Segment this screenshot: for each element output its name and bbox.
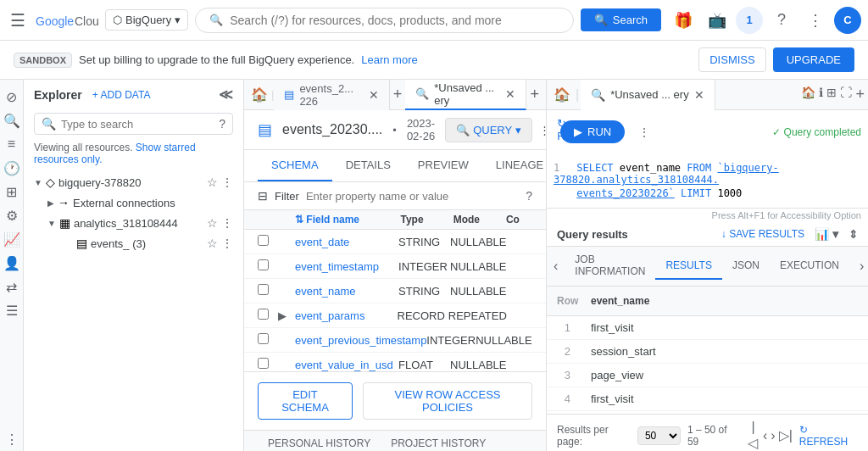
tab-events-close-icon[interactable]: ✕ [369, 88, 379, 102]
filter-input[interactable] [306, 190, 519, 203]
star-icon[interactable]: ☆ [207, 175, 218, 189]
project-selector[interactable]: ⬡ BigQuery ▾ [105, 9, 188, 31]
refresh-results-button[interactable]: ↻ REFRESH [799, 424, 858, 448]
explorer-search-input[interactable] [61, 118, 214, 131]
query-panel-expand-icon[interactable]: ⛶ [840, 86, 852, 103]
field-name-4[interactable]: event_params [295, 309, 398, 322]
learn-more-link[interactable]: Learn more [361, 53, 417, 66]
nav-icon-sql[interactable]: ≡ [2, 134, 22, 154]
expand-4[interactable]: ▶ [278, 309, 295, 322]
results-tab-json[interactable]: JSON [722, 253, 770, 280]
query-panel-home-icon2[interactable]: 🏠 [801, 86, 815, 103]
home-tab-icon[interactable]: 🏠 [248, 86, 271, 103]
results-more-icon[interactable]: ⇕ [849, 228, 858, 241]
schema-checkbox-1[interactable] [258, 235, 269, 246]
schema-checkbox-5[interactable] [258, 333, 269, 344]
field-name-3[interactable]: event_name [295, 285, 398, 298]
dismiss-button[interactable]: DISMISS [698, 47, 765, 72]
table-star-icon[interactable]: ☆ [207, 237, 218, 250]
nav-icon-settings[interactable]: ⚙ [2, 205, 22, 226]
tab-query-close-icon[interactable]: ✕ [505, 87, 515, 101]
query-button[interactable]: 🔍 QUERY ▾ [445, 118, 532, 142]
query-completed-icon: ✓ [772, 126, 781, 138]
search-button[interactable]: 🔍 Search [581, 8, 661, 31]
field-mode-3: NULLABLE [450, 285, 506, 298]
nav-icon-people[interactable]: 👤 [2, 253, 22, 273]
bottom-tab-project[interactable]: PROJECT HISTORY [381, 431, 496, 451]
tab-add-2-icon[interactable]: + [526, 86, 542, 103]
chart-toggle-icon[interactable]: 📊 ▾ [815, 227, 838, 241]
query-panel-info-icon[interactable]: ℹ [819, 86, 823, 103]
more-icon[interactable]: ⋮ [800, 5, 831, 36]
per-page-select[interactable]: 50 100 250 [637, 426, 681, 445]
nav-icon-transfer[interactable]: ⇄ [2, 276, 22, 297]
save-results-button[interactable]: ↓ SAVE RESULTS [721, 228, 804, 240]
schema-checkbox-2[interactable] [258, 259, 269, 270]
nav-icon-schedule[interactable]: ☰ [2, 300, 22, 320]
next-page-button[interactable]: › [771, 428, 775, 443]
query-tab-unsaved[interactable]: 🔍 *Unsaved ... ery ✕ [581, 80, 715, 110]
results-tab-job-info[interactable]: JOB INFORMATION [565, 247, 655, 286]
last-page-button[interactable]: ▷| [779, 427, 793, 443]
schema-row: event_timestamp INTEGER NULLABLE [244, 254, 546, 279]
schema-checkbox-4[interactable] [258, 309, 269, 320]
tree-item-external[interactable]: ▶ → External connections [41, 192, 240, 213]
results-back-icon[interactable]: ‹ [547, 255, 565, 277]
sub-tab-preview[interactable]: PREVIEW [404, 150, 482, 181]
edit-schema-button[interactable]: EDIT SCHEMA [258, 382, 353, 420]
results-data-row-4: 4 first_visit [547, 387, 868, 411]
prev-page-button[interactable]: ‹ [763, 428, 767, 443]
nav-icon-chart[interactable]: 📈 [2, 229, 22, 249]
dataset-more-icon[interactable]: ⋮ [221, 216, 233, 230]
query-tab-close[interactable]: ✕ [694, 88, 704, 102]
upgrade-button[interactable]: UPGRADE [773, 47, 854, 72]
tree-item-dataset[interactable]: ▼ ▦ analytics_318108444 ☆ ⋮ [41, 213, 240, 233]
project-icon: ◇ [46, 175, 55, 189]
query-panel-grid-icon[interactable]: ⊞ [826, 86, 837, 103]
field-name-6[interactable]: event_value_in_usd [295, 359, 398, 371]
query-panel-home-icon[interactable]: 🏠 [550, 86, 574, 103]
query-more-icon[interactable]: ⋮ [638, 125, 650, 139]
tab-unsaved-query[interactable]: 🔍 *Unsaved ... ery ✕ [405, 80, 526, 110]
nav-icon-bottom[interactable]: ⋮ [2, 429, 22, 449]
tab-events[interactable]: ▤ events_2... 226 ✕ [274, 80, 389, 110]
field-name-5[interactable]: event_previous_timestamp [295, 334, 426, 347]
more-options-icon[interactable]: ⋮ [221, 175, 233, 189]
filter-help-icon[interactable]: ? [526, 189, 532, 203]
per-page-label: Results per page: [557, 424, 634, 448]
notification-badge[interactable]: 1 [736, 7, 763, 34]
run-button[interactable]: ▶ RUN [560, 120, 625, 143]
avatar[interactable]: C [834, 7, 861, 34]
row-access-button[interactable]: VIEW ROW ACCESS POLICIES [363, 382, 532, 420]
results-tab-results[interactable]: RESULTS [655, 253, 721, 280]
schema-checkbox-6[interactable] [258, 358, 269, 369]
field-name-2[interactable]: event_timestamp [295, 260, 398, 273]
sub-tab-details[interactable]: DETAILS [332, 150, 404, 181]
sub-tab-schema[interactable]: SCHEMA [258, 150, 332, 181]
query-editor[interactable]: 1 SELECT event_name FROM `bigquery-37882… [547, 153, 868, 209]
tab-add-icon[interactable]: + [390, 86, 406, 103]
tree-item-table[interactable]: ▤ events_ (3) ☆ ⋮ [54, 233, 240, 253]
nav-icon-home[interactable]: ⊘ [2, 86, 22, 107]
dataset-star-icon[interactable]: ☆ [207, 216, 218, 230]
results-tab-execution[interactable]: EXECUTION [770, 253, 849, 280]
query-tab-add-icon[interactable]: + [855, 86, 865, 103]
field-name-1[interactable]: event_date [295, 236, 398, 248]
collapse-panel-button[interactable]: ≪ [219, 86, 233, 103]
help-icon[interactable]: ? [766, 5, 797, 36]
cloud-shell-icon[interactable]: 📺 [702, 5, 732, 36]
hamburger-icon[interactable]: ☰ [7, 7, 29, 34]
first-page-button[interactable]: |◁ [747, 420, 760, 451]
results-nav-next[interactable]: › [856, 255, 867, 277]
gift-icon[interactable]: 🎁 [668, 5, 698, 36]
search-input[interactable] [230, 14, 559, 27]
table-more-icon[interactable]: ⋮ [221, 237, 233, 250]
nav-icon-search[interactable]: 🔍 [2, 110, 22, 131]
bottom-tab-personal[interactable]: PERSONAL HISTORY [258, 431, 381, 451]
schema-checkbox-3[interactable] [258, 284, 269, 295]
explorer-search-help-icon[interactable]: ? [219, 117, 225, 131]
nav-icon-recent[interactable]: 🕐 [2, 158, 22, 178]
tree-item-project[interactable]: ▼ ◇ bigquery-378820 ☆ ⋮ [27, 172, 240, 192]
nav-icon-data[interactable]: ⊞ [2, 181, 22, 202]
add-data-button[interactable]: + ADD DATA [92, 89, 151, 101]
